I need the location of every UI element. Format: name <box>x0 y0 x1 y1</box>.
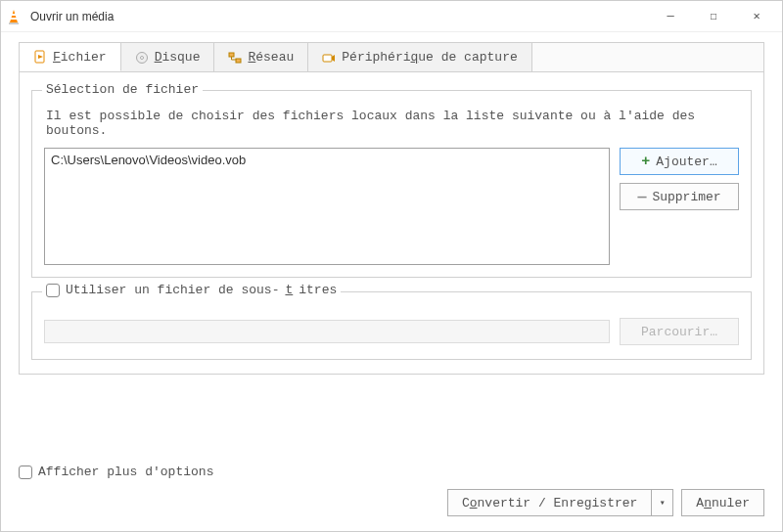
subtitle-path-field <box>44 320 610 343</box>
browse-button: Parcourir… <box>620 318 739 345</box>
convert-save-label: Convertir / Enregistrer <box>462 496 637 510</box>
tab-file[interactable]: Fichier <box>20 43 121 71</box>
disc-icon <box>135 51 149 65</box>
vlc-cone-icon <box>5 8 23 25</box>
convert-save-splitbutton[interactable]: Convertir / Enregistrer <box>447 489 673 516</box>
tab-bar: Fichier Disque Réseau Périphérique de ca… <box>19 42 764 71</box>
file-selection-group: Sélection de fichier Il est possible de … <box>31 90 752 278</box>
subtitle-group: Utiliser un fichier de sous-titres Parco… <box>31 291 752 360</box>
svg-rect-9 <box>236 59 241 63</box>
title-bar: Ouvrir un média ─ ☐ ✕ <box>1 1 782 32</box>
svg-marker-0 <box>10 10 18 22</box>
convert-save-button[interactable]: Convertir / Enregistrer <box>447 489 652 516</box>
tab-capture[interactable]: Périphérique de capture <box>308 43 531 71</box>
tab-disc-label: Disque <box>155 50 201 65</box>
plus-icon: + <box>641 155 650 169</box>
file-list-item[interactable]: C:\Users\Lenovo\Videos\video.vob <box>51 153 603 167</box>
convert-save-dropdown[interactable] <box>652 489 673 516</box>
svg-rect-3 <box>11 18 17 20</box>
cancel-label: Annuler <box>696 496 750 510</box>
remove-button[interactable]: — Supprimer <box>620 183 739 210</box>
tab-panel-file: Sélection de fichier Il est possible de … <box>19 71 764 375</box>
subtitle-checkbox[interactable] <box>46 284 60 297</box>
tab-file-label: Fichier <box>53 50 107 65</box>
svg-rect-10 <box>323 55 332 62</box>
more-options-row[interactable]: Afficher plus d'options <box>19 465 764 479</box>
tab-capture-label: Périphérique de capture <box>342 50 517 65</box>
network-icon <box>228 51 242 65</box>
more-options-checkbox[interactable] <box>19 466 32 479</box>
remove-button-label: Supprimer <box>652 190 720 204</box>
tab-disc[interactable]: Disque <box>121 43 215 71</box>
minimize-button[interactable]: ─ <box>649 2 692 31</box>
add-button[interactable]: + Ajouter… <box>620 148 739 175</box>
svg-rect-1 <box>9 22 19 24</box>
file-selection-instructions: Il est possible de choisir des fichiers … <box>46 109 739 138</box>
browse-button-label: Parcourir… <box>641 325 717 339</box>
file-icon <box>33 50 47 64</box>
cancel-button[interactable]: Annuler <box>681 489 764 516</box>
maximize-button[interactable]: ☐ <box>692 2 735 31</box>
svg-rect-2 <box>12 14 16 16</box>
file-list[interactable]: C:\Users\Lenovo\Videos\video.vob <box>44 148 610 265</box>
close-button[interactable]: ✕ <box>735 2 778 31</box>
capture-icon <box>322 51 336 65</box>
file-selection-legend: Sélection de fichier <box>42 82 203 97</box>
tab-network-label: Réseau <box>248 50 294 65</box>
window-title: Ouvrir un média <box>30 10 649 23</box>
more-options-label: Afficher plus d'options <box>38 465 213 479</box>
subtitle-checkbox-label: Utiliser un fichier de sous-titres <box>66 283 337 297</box>
add-button-label: Ajouter… <box>656 155 716 169</box>
svg-point-7 <box>140 56 143 59</box>
svg-rect-8 <box>229 53 234 57</box>
tab-network[interactable]: Réseau <box>214 43 308 71</box>
minus-icon: — <box>637 190 646 204</box>
